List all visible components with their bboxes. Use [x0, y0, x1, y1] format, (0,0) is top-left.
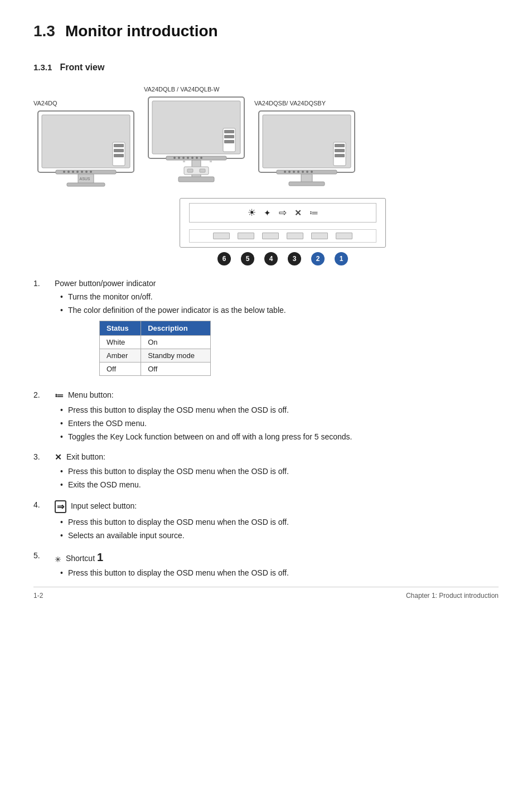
svg-rect-20: [224, 130, 234, 133]
table-cell-status-off: Off: [100, 363, 141, 376]
list-number-1: 1.: [33, 279, 55, 288]
table-header-description: Description: [141, 321, 211, 336]
input-icon-inline: ⇒: [55, 500, 66, 513]
svg-rect-34: [178, 177, 214, 182]
list-number-2: 2.: [33, 390, 55, 399]
circle-3: 3: [288, 252, 301, 265]
svg-point-10: [76, 171, 79, 173]
svg-point-28: [191, 157, 194, 159]
monitor-label-1: VA24DQ: [33, 100, 57, 107]
btn-2: [238, 233, 254, 239]
svg-rect-41: [335, 144, 345, 147]
svg-point-27: [187, 157, 189, 159]
svg-rect-22: [224, 140, 234, 143]
circle-1: 1: [335, 252, 348, 265]
table-cell-status-white: White: [100, 336, 141, 349]
footer-chapter: Chapter 1: Product introduction: [406, 592, 499, 600]
table-row-white: White On: [100, 336, 211, 349]
svg-point-46: [288, 171, 291, 173]
table-header-status: Status: [100, 321, 141, 336]
item-title-1: Power button/power indicator: [55, 279, 499, 288]
menu-icon: ≔: [309, 207, 318, 218]
list-content-5: ✳ Shortcut 1 Press this button to displa…: [55, 551, 499, 581]
circle-5: 5: [241, 252, 254, 265]
svg-rect-42: [335, 149, 345, 152]
monitor-img-3: [254, 109, 359, 192]
btn-3: [262, 233, 279, 239]
bullet-list-2: Press this button to display the OSD men…: [55, 404, 499, 443]
svg-point-11: [81, 171, 83, 173]
list-number-5: 5.: [33, 551, 55, 560]
numbered-circles: 6 5 4 3 2 1: [217, 252, 348, 265]
circle-2: 2: [311, 252, 325, 265]
bullet-list-3: Press this button to display the OSD men…: [55, 466, 499, 491]
svg-rect-33: [210, 160, 212, 162]
svg-point-30: [200, 157, 202, 159]
bullet-2-1: Press this button to display the OSD men…: [60, 404, 499, 416]
btn-4: [287, 233, 303, 239]
monitor-va24dqsb: VA24DQSB/ VA24DQSBY: [254, 100, 359, 192]
circle-4: 4: [264, 252, 278, 265]
bullet-3-2: Exits the OSD menu.: [60, 479, 499, 491]
contrast-icon: ✦: [264, 208, 271, 218]
monitor-va24dqlb: VA24DQLB / VA24DQLB-W: [144, 86, 249, 192]
monitor-label-3: VA24DQSB/ VA24DQSBY: [254, 100, 326, 107]
table-cell-desc-on: On: [141, 336, 211, 349]
control-bar-icons: ☀ ✦ ⇨ ✕ ≔: [189, 203, 376, 223]
svg-point-47: [293, 171, 295, 173]
list-content-2: ≔ Menu button: Press this button to disp…: [55, 390, 499, 445]
status-table: Status Description White On Amber Standb…: [99, 321, 211, 376]
page-container: 1.3 Monitor introduction 1.3.1 Front vie…: [0, 0, 532, 611]
table-row-off: Off Off: [100, 363, 211, 376]
svg-rect-37: [200, 169, 205, 172]
svg-point-51: [311, 171, 313, 173]
item-title-5: ✳ Shortcut 1: [55, 551, 499, 564]
svg-rect-15: [67, 183, 105, 186]
btn-5: [311, 233, 328, 239]
shortcut-number: 1: [97, 551, 103, 563]
bullet-2-2: Enters the OSD menu.: [60, 418, 499, 429]
list-item-5: 5. ✳ Shortcut 1 Press this button to dis…: [33, 551, 499, 581]
monitor-img-2: [144, 95, 249, 192]
svg-point-49: [302, 171, 304, 173]
subsection-title: Front view: [60, 62, 104, 73]
table-cell-desc-standby: Standby mode: [141, 349, 211, 363]
bullet-1-1: Turns the monitor on/off.: [60, 291, 499, 303]
circle-6: 6: [217, 252, 231, 265]
svg-rect-43: [335, 154, 345, 157]
svg-rect-4: [114, 149, 124, 152]
footer-page-number: 1-2: [33, 592, 43, 600]
brightness-icon: ☀: [248, 207, 256, 219]
svg-rect-36: [187, 169, 193, 172]
svg-point-7: [63, 171, 65, 173]
list-content-4: ⇒ Input select button: Press this button…: [55, 500, 499, 543]
item-title-3: ✕ Exit button:: [55, 452, 499, 462]
shortcut-icon-inline: ✳: [55, 555, 61, 564]
exit-icon: ✕: [294, 208, 302, 218]
svg-rect-21: [224, 135, 234, 138]
bullet-4-1: Press this button to display the OSD men…: [60, 516, 499, 528]
svg-point-26: [182, 157, 185, 159]
main-list: 1. Power button/power indicator Turns th…: [33, 279, 499, 581]
section-number: 1.3: [33, 22, 55, 40]
item-title-4: ⇒ Input select button:: [55, 500, 499, 513]
svg-point-12: [85, 171, 88, 173]
bullet-5-1: Press this button to display the OSD men…: [60, 567, 499, 579]
list-number-3: 3.: [33, 452, 55, 461]
list-content-3: ✕ Exit button: Press this button to disp…: [55, 452, 499, 492]
list-content-1: Power button/power indicator Turns the m…: [55, 279, 499, 380]
svg-point-45: [284, 171, 286, 173]
button-strip: [213, 233, 352, 239]
button-strip-row: [189, 229, 376, 243]
control-bar-outer: ☀ ✦ ⇨ ✕ ≔: [180, 198, 386, 248]
bullet-1-2: The color definition of the power indica…: [60, 305, 499, 316]
svg-point-48: [297, 171, 299, 173]
svg-point-25: [178, 157, 180, 159]
list-number-4: 4.: [33, 500, 55, 509]
list-item-2: 2. ≔ Menu button: Press this button to d…: [33, 390, 499, 445]
subsection-number: 1.3.1: [33, 62, 52, 72]
bullet-3-1: Press this button to display the OSD men…: [60, 466, 499, 477]
input-icon: ⇨: [279, 207, 287, 219]
svg-point-9: [72, 171, 74, 173]
svg-rect-32: [183, 160, 185, 162]
